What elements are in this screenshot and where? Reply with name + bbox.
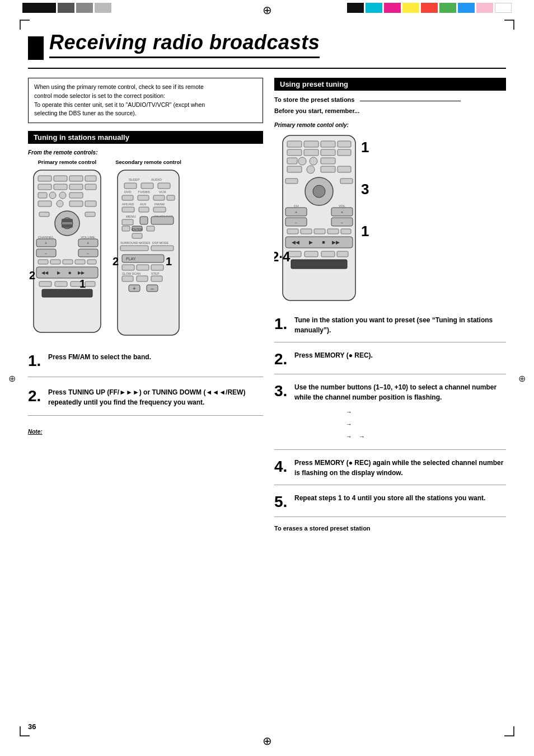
svg-rect-35	[63, 260, 73, 264]
svg-text:▶: ▶	[57, 270, 61, 275]
svg-text:+: +	[295, 210, 297, 214]
arrow-1: →	[294, 408, 352, 415]
remote-label: From the remote controls:	[28, 149, 263, 156]
svg-text:◀◀: ◀◀	[41, 270, 49, 275]
svg-rect-59	[122, 195, 133, 200]
svg-rect-78	[132, 233, 142, 238]
svg-text:▶▶: ▶▶	[332, 240, 340, 245]
secondary-remote-container: Secondary remote control SLEEP AUDIO DVD	[112, 159, 185, 346]
svg-text:CH: CH	[294, 204, 299, 208]
right-step-5-number: 5.	[274, 494, 294, 510]
svg-rect-33	[38, 260, 48, 264]
svg-rect-118	[285, 179, 298, 184]
svg-text:PLAY: PLAY	[126, 257, 136, 261]
svg-rect-133	[327, 229, 339, 234]
svg-rect-55	[158, 183, 170, 189]
right-step-1-number: 1.	[274, 316, 294, 332]
corner-mark-tr	[504, 20, 514, 30]
right-step-1: 1. Tune in the station you want to prese…	[274, 315, 506, 342]
page-number: 36	[28, 722, 36, 731]
svg-rect-66	[122, 207, 134, 212]
arrow-3: → →	[294, 433, 365, 440]
svg-rect-92	[151, 276, 162, 281]
svg-rect-37	[87, 260, 96, 264]
svg-text:▶▶: ▶▶	[78, 270, 85, 275]
svg-text:ENTER: ENTER	[132, 228, 143, 231]
right-step-3-number: 3.	[274, 383, 294, 399]
svg-text:AFE/AID: AFE/AID	[122, 203, 134, 206]
svg-rect-9	[38, 192, 47, 198]
svg-rect-13	[38, 201, 51, 206]
right-step-4-number: 4.	[274, 459, 294, 475]
svg-rect-61	[153, 195, 165, 200]
svg-rect-102	[321, 141, 335, 147]
svg-rect-87	[151, 265, 163, 270]
svg-rect-101	[304, 141, 318, 147]
svg-text:AUDIO: AUDIO	[151, 178, 162, 181]
svg-rect-62	[167, 195, 175, 200]
svg-rect-50	[118, 170, 179, 335]
svg-rect-105	[304, 149, 318, 156]
svg-rect-68	[153, 207, 166, 212]
svg-rect-72	[140, 217, 148, 224]
right-step-4: 4. Press MEMORY (● REC) again while the …	[274, 458, 506, 485]
top-registration-bar: ⊕	[0, 0, 534, 16]
right-side-mark: ⊕	[518, 373, 526, 383]
info-line4: selecting the DBS tuner as the source).	[34, 110, 137, 116]
svg-rect-54	[141, 183, 153, 189]
svg-text:–: –	[151, 285, 154, 292]
svg-rect-43	[39, 281, 51, 287]
right-section-header: Using preset tuning	[274, 78, 506, 91]
svg-text:DSP MODE: DSP MODE	[152, 241, 169, 245]
svg-rect-112	[287, 166, 302, 172]
right-step-3: 3. Use the number buttons (1–10, +10) to…	[274, 382, 506, 450]
svg-text:2: 2	[29, 269, 35, 281]
left-section-header: Tuning in stations manually	[28, 131, 263, 144]
store-label: To store the preset stations	[274, 96, 354, 103]
svg-rect-115	[338, 166, 351, 172]
svg-text:+: +	[87, 241, 89, 245]
svg-point-10	[49, 192, 56, 199]
svg-rect-134	[341, 229, 351, 234]
right-remote-wrap: + + – – CH VOL	[274, 133, 386, 306]
svg-rect-8	[85, 184, 96, 190]
svg-text:+: +	[133, 285, 136, 292]
right-step-2-number: 2.	[274, 351, 294, 367]
remotes-row: Primary remote control	[28, 159, 263, 346]
secondary-remote-label: Secondary remote control	[115, 159, 181, 165]
svg-text:TV/DBS: TV/DBS	[138, 190, 150, 194]
svg-rect-76	[122, 226, 130, 231]
svg-text:■: ■	[322, 240, 325, 245]
svg-point-109	[298, 157, 306, 165]
svg-rect-21	[39, 212, 49, 217]
to-erase-label: To erases a stored preset station	[274, 525, 506, 532]
svg-rect-104	[287, 149, 302, 156]
svg-rect-36	[75, 260, 85, 264]
info-line3: To operate this center unit, set it to "…	[34, 101, 205, 108]
svg-rect-4	[85, 176, 96, 181]
primary-only-label: Primary remote contol only:	[274, 122, 506, 128]
step-1-text: Press FM/AM to select the band.	[48, 352, 263, 362]
note-section: Note:	[28, 426, 263, 436]
page-title: Receiving radio broadcasts	[49, 31, 320, 58]
svg-rect-44	[55, 281, 67, 287]
arrow-2: →	[294, 421, 352, 428]
svg-rect-106	[321, 149, 335, 156]
svg-text:+: +	[45, 241, 47, 245]
svg-rect-1	[38, 176, 51, 181]
svg-rect-46	[85, 281, 95, 287]
svg-rect-86	[137, 265, 149, 270]
svg-rect-131	[301, 229, 312, 234]
svg-rect-6	[54, 184, 67, 190]
right-remote-svg: + + – – CH VOL	[274, 133, 386, 306]
svg-rect-81	[120, 246, 148, 251]
remote-section: From the remote controls: Primary remote…	[28, 149, 263, 346]
svg-rect-111	[321, 158, 335, 164]
svg-text:◀◀: ◀◀	[292, 240, 299, 245]
title-accent-bar	[28, 36, 44, 60]
step-2-number: 2.	[28, 388, 48, 404]
svg-rect-34	[50, 260, 60, 264]
svg-text:2: 2	[113, 255, 119, 267]
svg-rect-144	[291, 260, 347, 269]
info-box: When using the primary remote control, c…	[28, 78, 263, 123]
